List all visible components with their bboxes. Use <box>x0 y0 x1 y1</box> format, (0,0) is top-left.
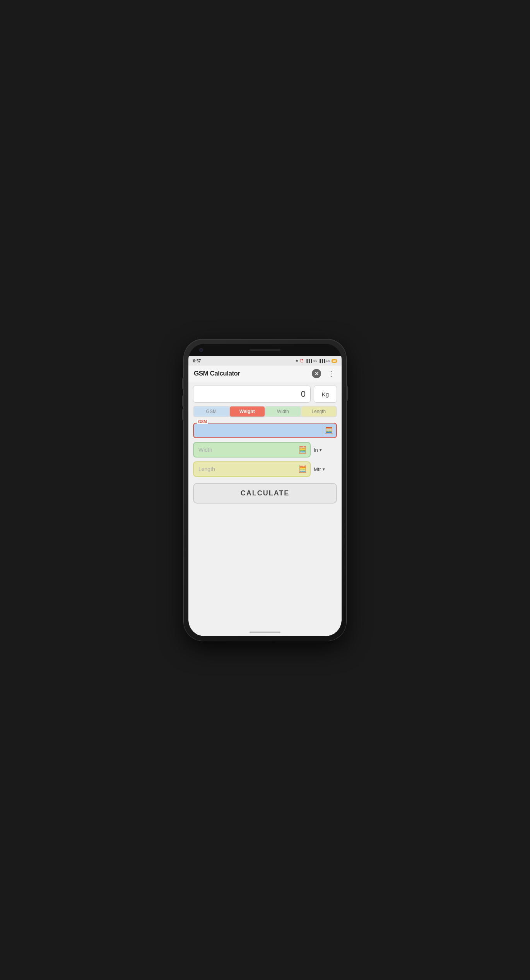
phone-top-bar <box>188 344 342 356</box>
app-bar: GSM Calculator ✕ ⋮ <box>188 365 342 382</box>
alarm-icon: ⏰ <box>300 359 304 363</box>
more-menu-button[interactable]: ⋮ <box>326 369 336 379</box>
app-bar-actions: ✕ ⋮ <box>311 369 336 379</box>
calculate-label: CALCULATE <box>241 489 290 497</box>
phone-bottom <box>188 628 342 636</box>
tab-length[interactable]: Length <box>301 406 337 417</box>
speaker <box>250 349 280 351</box>
width-unit-chevron: ▼ <box>319 448 323 452</box>
phone-screen-wrapper: 0:57 ✱ ⏰ ▐▐▐ 3G ▐▐▐ 4G 48 GSM Calculator… <box>188 344 342 636</box>
tabs-row: GSM Weight Width Length <box>193 406 337 417</box>
width-field-wrap: 🧮 <box>193 442 311 458</box>
tab-gsm[interactable]: GSM <box>194 406 229 417</box>
battery-badge: 48 <box>332 359 337 363</box>
fields-section: GSM 🧮 🧮 In <box>193 423 337 477</box>
length-input[interactable] <box>193 461 311 477</box>
gsm-field-row: GSM 🧮 <box>193 423 337 438</box>
width-unit-label: In <box>314 447 318 453</box>
camera <box>199 348 203 352</box>
home-bar <box>250 632 280 633</box>
cursor-line <box>322 427 322 434</box>
bluetooth-icon: ✱ <box>296 359 298 363</box>
width-calc-icon[interactable]: 🧮 <box>298 446 307 454</box>
unit-display: Kg <box>314 386 337 403</box>
signal-3g: ▐▐▐ 3G <box>305 359 317 363</box>
tab-width[interactable]: Width <box>265 406 301 417</box>
close-icon: ✕ <box>312 369 321 378</box>
calculate-button[interactable]: CALCULATE <box>193 483 337 504</box>
length-field-wrap: 🧮 <box>193 461 311 477</box>
app-content: 0 Kg GSM Weight Width <box>188 382 342 628</box>
unit-label: Kg <box>322 391 329 398</box>
value-display[interactable]: 0 <box>193 386 311 403</box>
length-unit-chevron: ▼ <box>322 467 326 471</box>
width-field-row: 🧮 In ▼ <box>193 442 337 458</box>
more-menu-icon: ⋮ <box>328 369 335 378</box>
gsm-input[interactable] <box>193 423 337 438</box>
close-button[interactable]: ✕ <box>311 369 321 379</box>
status-icons: ✱ ⏰ ▐▐▐ 3G ▐▐▐ 4G 48 <box>296 359 337 363</box>
width-input[interactable] <box>193 442 311 458</box>
length-calc-icon[interactable]: 🧮 <box>298 465 307 473</box>
length-unit-label: Mtr <box>314 466 321 472</box>
width-unit-select[interactable]: In ▼ <box>314 447 337 453</box>
tab-weight[interactable]: Weight <box>230 406 265 417</box>
value-row: 0 Kg <box>193 386 337 403</box>
display-value: 0 <box>301 389 306 399</box>
length-unit-select[interactable]: Mtr ▼ <box>314 466 337 472</box>
app-title: GSM Calculator <box>194 370 240 377</box>
length-field-row: 🧮 Mtr ▼ <box>193 461 337 477</box>
signal-4g: ▐▐▐ 4G <box>318 359 330 363</box>
phone-frame: 0:57 ✱ ⏰ ▐▐▐ 3G ▐▐▐ 4G 48 GSM Calculator… <box>184 339 346 641</box>
status-time: 0:57 <box>193 359 201 363</box>
gsm-field-wrap: GSM 🧮 <box>193 423 337 438</box>
status-bar: 0:57 ✱ ⏰ ▐▐▐ 3G ▐▐▐ 4G 48 <box>188 356 342 365</box>
gsm-float-label: GSM <box>197 420 208 424</box>
phone-screen: 0:57 ✱ ⏰ ▐▐▐ 3G ▐▐▐ 4G 48 GSM Calculator… <box>188 356 342 636</box>
gsm-calc-icon[interactable]: 🧮 <box>325 426 333 435</box>
